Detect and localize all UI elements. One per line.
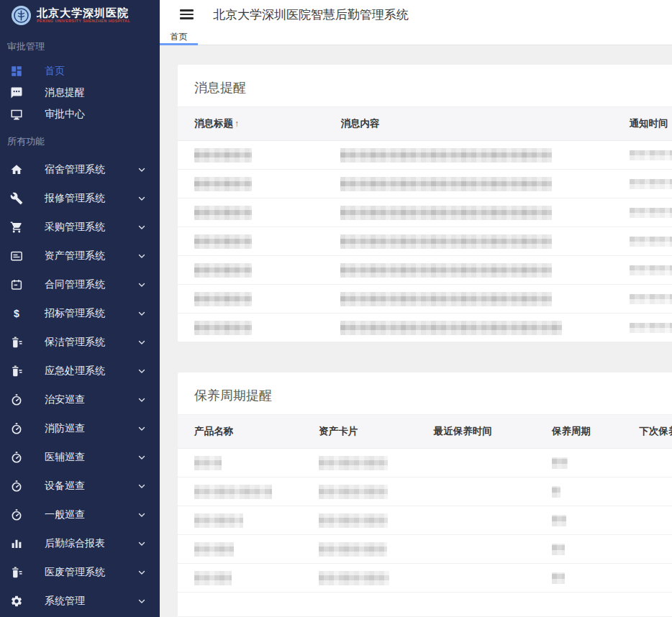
chevron-down-icon[interactable] [137, 165, 147, 175]
column-header-通知时间[interactable]: 通知时间 [630, 117, 672, 130]
table-row[interactable] [178, 285, 672, 314]
table-cell [319, 513, 433, 528]
column-header-label: 通知时间 [630, 117, 668, 130]
trash-sweep-icon [10, 566, 23, 579]
table-row[interactable] [178, 535, 672, 564]
sidebar-section-label: 所有功能 [0, 135, 160, 148]
table-cell [194, 148, 340, 163]
column-header-label: 资产卡片 [319, 425, 358, 438]
column-header-保养周期[interactable]: 保养周期 [552, 425, 639, 438]
redacted-text-block [194, 148, 252, 163]
redacted-text-block [194, 234, 252, 249]
sidebar-item-合同管理系统[interactable]: 合同管理系统 [0, 270, 160, 299]
table-cell [194, 321, 340, 335]
redacted-text-block [340, 292, 552, 306]
chevron-down-icon[interactable] [137, 596, 147, 606]
sidebar-item-label: 保洁管理系统 [45, 336, 105, 349]
stopwatch-icon [10, 508, 23, 521]
table-row[interactable] [178, 449, 672, 477]
column-header-产品名称[interactable]: 产品名称 [194, 425, 319, 438]
main-area: 北京大学深圳医院智慧后勤管理系统 首页 消息提醒消息标题↑消息内容通知时间保养周… [160, 0, 672, 617]
column-header-资产卡片[interactable]: 资产卡片 [319, 425, 433, 438]
redacted-text-block [319, 456, 388, 470]
table-cell [319, 542, 433, 557]
sort-ascending-icon: ↑ [235, 119, 239, 129]
sidebar-item-消防巡查[interactable]: 消防巡查 [0, 414, 160, 443]
app-root: 北京大学深圳医院 PEKING UNIVERSITY SHENZHEN HOSP… [0, 0, 672, 617]
table-row[interactable] [178, 314, 672, 342]
bar-chart-icon [10, 537, 23, 550]
tab-首页[interactable]: 首页 [160, 29, 198, 45]
chevron-down-icon[interactable] [137, 366, 147, 376]
wrench-icon [10, 192, 23, 205]
sidebar-item-报修管理系统[interactable]: 报修管理系统 [0, 184, 160, 213]
chevron-down-icon[interactable] [137, 567, 147, 577]
sidebar-item-一般巡查[interactable]: 一般巡查 [0, 501, 160, 529]
sidebar-item-label: 采购管理系统 [45, 221, 105, 234]
chevron-down-icon[interactable] [137, 337, 147, 347]
table-cell [552, 486, 639, 498]
sidebar-item-设备巡查[interactable]: 设备巡查 [0, 472, 160, 501]
redacted-text-block [340, 234, 552, 249]
hamburger-menu-icon[interactable] [180, 9, 194, 19]
column-header-最近保养时间[interactable]: 最近保养时间 [434, 425, 552, 438]
home-icon [10, 163, 23, 176]
column-header-下次保养时间[interactable]: 下次保养时间 [639, 425, 672, 438]
chevron-down-icon[interactable] [137, 280, 147, 290]
chevron-down-icon[interactable] [137, 251, 147, 261]
card-保养周期提醒: 保养周期提醒产品名称资产卡片最近保养时间保养周期下次保养时间 [178, 373, 672, 616]
table-cell [194, 263, 340, 278]
sidebar-item-label: 治安巡查 [45, 393, 85, 406]
table-row[interactable] [178, 506, 672, 535]
table-row[interactable] [178, 256, 672, 285]
sidebar-item-label: 招标管理系统 [45, 307, 105, 320]
sidebar-item-应急处理系统[interactable]: 应急处理系统 [0, 357, 160, 385]
stopwatch-icon [10, 451, 23, 464]
table-cell [194, 292, 340, 306]
sidebar-item-治安巡查[interactable]: 治安巡查 [0, 385, 160, 414]
sidebar-item-系统管理[interactable]: 系统管理 [0, 587, 160, 616]
table-cell [194, 177, 340, 191]
column-header-消息标题[interactable]: 消息标题↑ [194, 117, 340, 130]
redacted-text-block [194, 321, 252, 335]
chevron-down-icon[interactable] [137, 481, 147, 491]
redacted-text-block [340, 263, 552, 278]
sidebar-item-保洁管理系统[interactable]: 保洁管理系统 [0, 328, 160, 357]
sidebar-item-医废管理系统[interactable]: 医废管理系统 [0, 558, 160, 587]
chevron-down-icon[interactable] [137, 308, 147, 319]
table-row[interactable] [178, 141, 672, 170]
chevron-down-icon[interactable] [137, 452, 147, 462]
chevron-down-icon[interactable] [137, 510, 147, 520]
redacted-text-block [552, 486, 560, 498]
chevron-down-icon[interactable] [137, 539, 147, 549]
table-cell [630, 294, 672, 304]
sidebar-item-资产管理系统[interactable]: 资产管理系统 [0, 242, 160, 270]
column-header-消息内容[interactable]: 消息内容 [340, 117, 629, 130]
card-title: 消息提醒 [178, 65, 672, 106]
table-cell [552, 544, 639, 555]
table-cell [194, 456, 319, 470]
sidebar-item-后勤综合报表[interactable]: 后勤综合报表 [0, 529, 160, 558]
sidebar-item-招标管理系统[interactable]: $招标管理系统 [0, 299, 160, 328]
sidebar-item-采购管理系统[interactable]: 采购管理系统 [0, 213, 160, 242]
table-row[interactable] [178, 227, 672, 256]
hospital-name-cn: 北京大学深圳医院 [37, 7, 130, 19]
table-row[interactable] [178, 564, 672, 593]
table-row[interactable] [178, 198, 672, 227]
sidebar-item-宿舍管理系统[interactable]: 宿舍管理系统 [0, 155, 160, 184]
chevron-down-icon[interactable] [137, 395, 147, 405]
table-cell [630, 150, 672, 160]
chevron-down-icon[interactable] [137, 222, 147, 232]
table-cell [340, 148, 629, 163]
chevron-down-icon[interactable] [137, 193, 147, 204]
table-row[interactable] [178, 170, 672, 198]
column-header-label: 消息内容 [340, 117, 379, 130]
sidebar-item-医辅巡查[interactable]: 医辅巡查 [0, 443, 160, 472]
redacted-text-block [340, 206, 552, 220]
chevron-down-icon[interactable] [137, 424, 147, 434]
sidebar-item-首页[interactable]: 首页 [0, 60, 160, 82]
sidebar-item-消息提醒[interactable]: 消息提醒 [0, 82, 160, 104]
table-row[interactable] [178, 477, 672, 506]
table-cell [340, 206, 629, 220]
sidebar-item-审批中心[interactable]: 审批中心 [0, 104, 160, 125]
